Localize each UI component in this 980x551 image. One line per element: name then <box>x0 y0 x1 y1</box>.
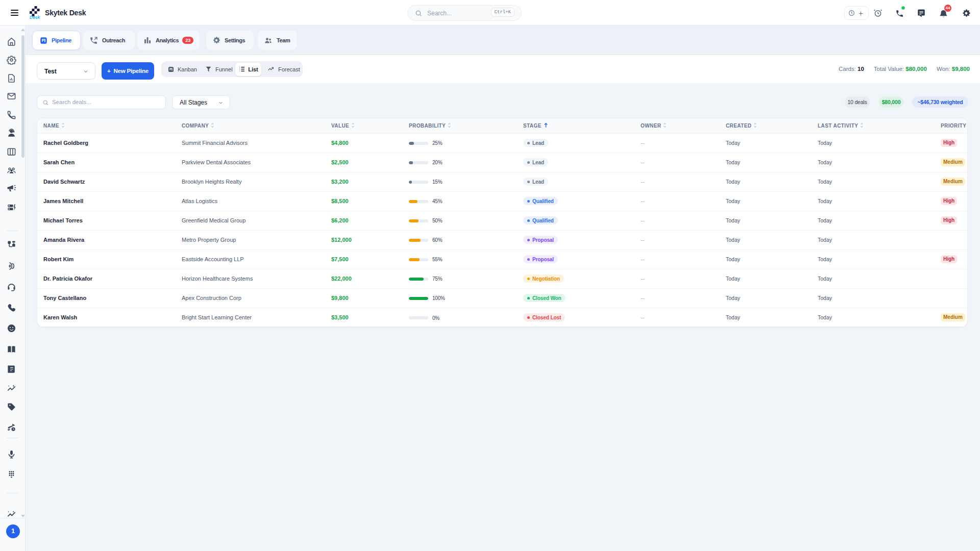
svg-text:Desk: Desk <box>30 15 41 19</box>
